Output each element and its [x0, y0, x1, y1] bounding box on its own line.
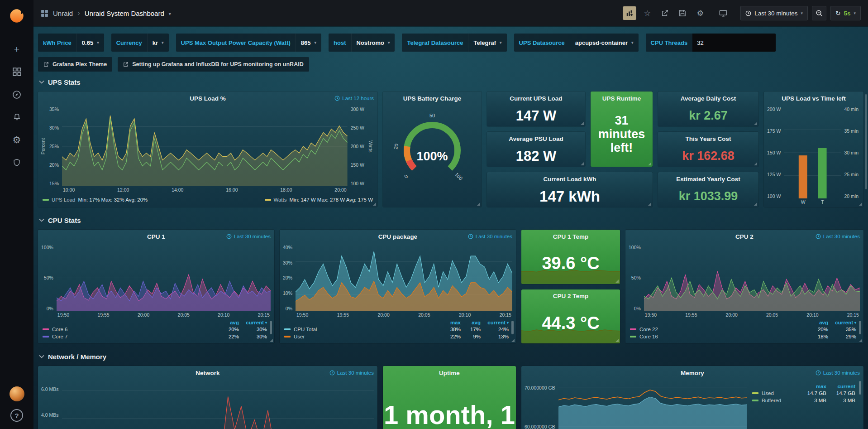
legend-col-header[interactable]: current: [826, 383, 855, 390]
variable-host[interactable]: host Nostromo▾: [329, 34, 395, 52]
link-ups-monitoring-guide[interactable]: Setting up Grafana and InfluxDB for UPS …: [118, 57, 309, 72]
legend-series[interactable]: Core 16: [630, 333, 804, 340]
row-header-cpu-stats[interactable]: CPU Stats: [39, 213, 863, 227]
panel-title[interactable]: CPU package: [378, 233, 417, 240]
legend-series[interactable]: Core 7: [43, 333, 215, 340]
legend-col-header[interactable]: avg: [215, 319, 239, 326]
series-swatch: [284, 328, 291, 330]
cpu2-chart[interactable]: [644, 245, 860, 311]
y-axis-label-left: Percent: [40, 107, 46, 186]
variable-ups-max-output[interactable]: UPS Max Output Power Capacity (Watt) 865…: [176, 34, 321, 52]
axis-tick: 20:15: [847, 312, 859, 318]
panel-memory: Memory Last 30 minutes 70.000000 GB60.00…: [521, 366, 863, 429]
panel-title[interactable]: CPU 1: [147, 233, 165, 240]
variable-ups-datasource[interactable]: UPS Datasource apcupsd-container▾: [514, 34, 639, 52]
panel-title[interactable]: Uptime: [439, 370, 460, 376]
panel-title[interactable]: Current UPS Load: [510, 95, 562, 102]
cpu-threads-input[interactable]: [692, 34, 776, 52]
add-panel-button[interactable]: [623, 6, 636, 20]
panel-title[interactable]: UPS Battery Charge: [403, 95, 461, 102]
time-range-picker[interactable]: Last 30 minutes ▾: [740, 6, 808, 20]
ups-bars-chart[interactable]: [784, 107, 841, 198]
panel-title[interactable]: Network: [196, 370, 219, 376]
variable-currency[interactable]: Currency kr▾: [111, 34, 169, 52]
page-scrollbar[interactable]: [865, 26, 867, 429]
legend-series[interactable]: Core 22: [630, 326, 804, 333]
legend-scrollbar[interactable]: [511, 321, 514, 334]
legend-col-header[interactable]: avg: [804, 319, 828, 326]
legend-series[interactable]: Watts: [274, 197, 287, 202]
memory-chart[interactable]: [558, 381, 747, 429]
sidebar-explore-button[interactable]: [6, 86, 28, 103]
legend-col-header[interactable]: max: [438, 319, 461, 326]
breadcrumb-app[interactable]: Unraid: [53, 10, 73, 17]
panel-title[interactable]: CPU 1 Temp: [553, 233, 589, 240]
share-button[interactable]: [658, 6, 672, 20]
panel-title[interactable]: UPS Load vs Time left: [782, 95, 846, 102]
panel-uptime: Uptime 1 month, 1: [383, 366, 516, 429]
panel-this-years-cost: This Years Cost kr 162.68: [658, 132, 758, 167]
panel-title[interactable]: Current Load kWh: [544, 176, 596, 183]
breadcrumb[interactable]: Unraid › Unraid System Dashboard ▾: [41, 9, 171, 18]
panel-title[interactable]: Estimated Yearly Cost: [676, 176, 740, 183]
row-header-ups-stats[interactable]: UPS Stats: [39, 75, 863, 89]
panel-title[interactable]: CPU 2: [735, 233, 754, 240]
legend-scrollbar[interactable]: [859, 321, 861, 334]
link-grafana-plex-theme[interactable]: Grafana Plex Theme: [38, 57, 112, 72]
sidebar: +: [0, 0, 33, 429]
save-button[interactable]: [676, 6, 689, 20]
star-button[interactable]: ☆: [640, 6, 654, 20]
legend-scrollbar[interactable]: [270, 321, 272, 334]
network-chart[interactable]: [62, 381, 374, 429]
legend-col-header[interactable]: current▾: [239, 319, 267, 326]
series-swatch: [43, 328, 49, 330]
cycle-view-button[interactable]: [716, 6, 730, 20]
axis-tick: 20%: [49, 163, 59, 168]
panel-title[interactable]: Memory: [681, 370, 704, 376]
legend-series[interactable]: User: [284, 333, 438, 340]
panel-title[interactable]: Average Daily Cost: [681, 95, 736, 102]
sidebar-alerting-button[interactable]: [6, 109, 28, 125]
legend-series[interactable]: Used: [752, 390, 797, 397]
row-header-network-memory[interactable]: Network / Memory: [39, 350, 863, 363]
legend-col-header[interactable]: max: [797, 383, 826, 390]
cpu-package-chart[interactable]: [296, 245, 512, 311]
user-avatar[interactable]: [10, 386, 24, 401]
variable-telegraf-datasource[interactable]: Telegraf Datasource Telegraf▾: [402, 34, 506, 52]
panel-title[interactable]: UPS Load %: [190, 95, 226, 102]
variable-kwh-price[interactable]: kWh Price 0.65▾: [38, 34, 104, 52]
legend-col-header[interactable]: avg: [461, 319, 481, 326]
legend-series[interactable]: CPU Total: [284, 326, 438, 333]
cpu1-chart[interactable]: [57, 245, 271, 311]
series-swatch: [43, 199, 49, 201]
legend-col-header[interactable]: current▾: [481, 319, 509, 326]
panel-title[interactable]: CPU 2 Temp: [553, 293, 589, 299]
axis-tick: 30 min: [844, 150, 858, 155]
grafana-logo[interactable]: [0, 0, 33, 32]
dashboard: kWh Price 0.65▾ Currency kr▾ UPS Max Out…: [33, 26, 868, 429]
sidebar-configuration-button[interactable]: ⚙: [6, 131, 28, 148]
stat-value: 39.6 °C: [521, 243, 620, 284]
dashboard-settings-button[interactable]: ⚙: [693, 6, 707, 20]
panel-title[interactable]: UPS Runtime: [602, 95, 641, 102]
legend-series[interactable]: Buffered: [752, 397, 797, 404]
legend-scrollbar[interactable]: [859, 381, 861, 395]
caret-down-icon: ▾: [162, 40, 164, 45]
series-swatch: [752, 400, 758, 401]
legend-series[interactable]: UPS Load: [52, 197, 75, 202]
scrollbar-thumb[interactable]: [865, 94, 867, 189]
sidebar-create-button[interactable]: +: [6, 41, 28, 58]
legend-value: 13%: [481, 333, 509, 340]
breadcrumb-dashboard-title[interactable]: Unraid System Dashboard: [85, 10, 164, 17]
help-button[interactable]: ?: [10, 409, 23, 422]
ups-load-chart[interactable]: [62, 107, 348, 186]
legend-value: 14.7 GB: [826, 390, 855, 397]
legend-series[interactable]: Core 6: [43, 326, 215, 333]
refresh-picker[interactable]: ↻ 5s ▾: [830, 6, 861, 20]
panel-title[interactable]: Average PSU Load: [509, 135, 563, 142]
legend-col-header[interactable]: current▾: [828, 319, 856, 326]
sidebar-dashboards-button[interactable]: [6, 63, 28, 80]
panel-title[interactable]: This Years Cost: [685, 135, 731, 142]
zoom-out-button[interactable]: [812, 6, 826, 20]
sidebar-server-admin-button[interactable]: [6, 154, 28, 171]
